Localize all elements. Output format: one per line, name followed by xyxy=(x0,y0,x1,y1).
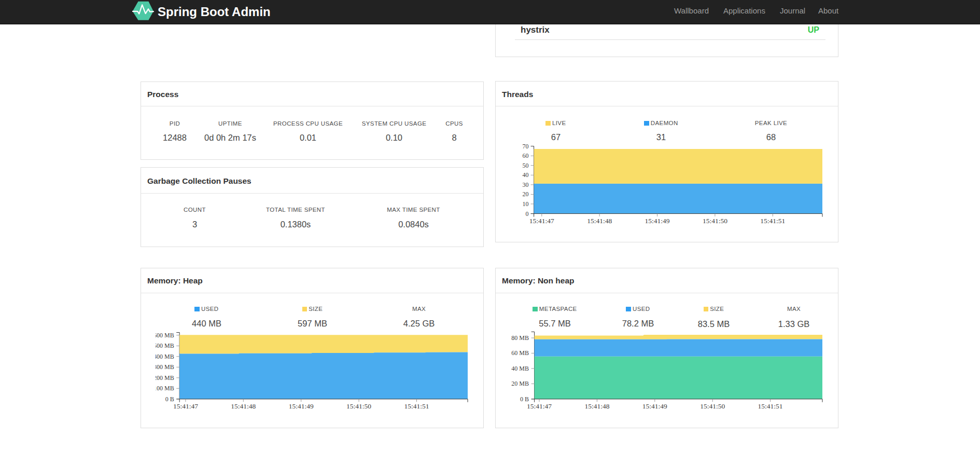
svg-text:40 MB: 40 MB xyxy=(511,365,529,372)
svg-text:100 MB: 100 MB xyxy=(156,385,174,392)
svg-text:60 MB: 60 MB xyxy=(511,349,529,357)
svg-text:80 MB: 80 MB xyxy=(511,334,529,342)
svg-text:40: 40 xyxy=(523,171,529,179)
svg-text:300 MB: 300 MB xyxy=(156,363,174,371)
svg-text:20 MB: 20 MB xyxy=(511,380,529,387)
svg-text:15:41:48: 15:41:48 xyxy=(584,402,609,410)
svg-text:15:41:47: 15:41:47 xyxy=(529,217,554,225)
svg-text:15:41:48: 15:41:48 xyxy=(587,217,612,225)
svg-text:15:41:51: 15:41:51 xyxy=(404,402,429,410)
svg-text:600 MB: 600 MB xyxy=(156,332,174,339)
svg-text:10: 10 xyxy=(523,200,529,208)
svg-text:15:41:49: 15:41:49 xyxy=(289,402,314,410)
svg-text:70: 70 xyxy=(523,143,529,150)
svg-text:500 MB: 500 MB xyxy=(156,342,174,349)
svg-text:0 B: 0 B xyxy=(165,396,174,403)
svg-text:0 B: 0 B xyxy=(520,396,529,403)
svg-text:15:41:50: 15:41:50 xyxy=(346,402,371,410)
svg-text:15:41:51: 15:41:51 xyxy=(758,402,783,410)
svg-text:20: 20 xyxy=(523,190,529,198)
svg-text:50: 50 xyxy=(523,162,529,169)
svg-text:30: 30 xyxy=(523,181,529,188)
svg-text:0: 0 xyxy=(526,210,529,217)
svg-text:200 MB: 200 MB xyxy=(156,374,174,382)
svg-text:15:41:48: 15:41:48 xyxy=(231,402,256,410)
svg-text:15:41:47: 15:41:47 xyxy=(173,402,198,410)
svg-text:15:41:51: 15:41:51 xyxy=(760,217,785,225)
svg-text:15:41:49: 15:41:49 xyxy=(645,217,669,225)
svg-text:15:41:49: 15:41:49 xyxy=(642,402,667,410)
svg-text:400 MB: 400 MB xyxy=(156,353,174,360)
svg-text:15:41:47: 15:41:47 xyxy=(527,402,552,410)
svg-text:60: 60 xyxy=(523,152,529,159)
svg-text:15:41:50: 15:41:50 xyxy=(700,402,725,410)
svg-text:15:41:50: 15:41:50 xyxy=(703,217,727,225)
